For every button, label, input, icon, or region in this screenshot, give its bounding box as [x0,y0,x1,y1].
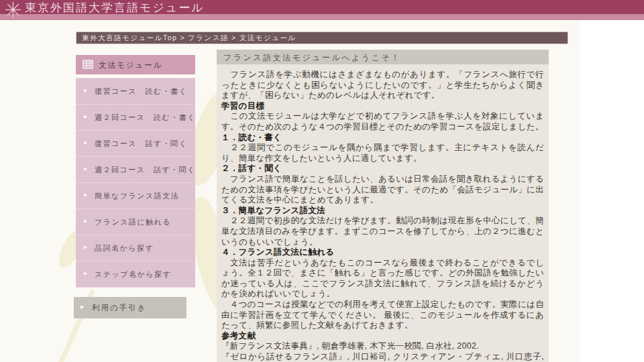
sidebar-item[interactable]: ▶ 週２回コース 読む・書く [76,105,195,131]
paragraph: 『ゼロから話せるフランス語』, 川口裕司, クリスティアン・ブティエ, 川口恵子… [221,352,544,362]
sidebar-item[interactable]: ▶ 品詞名から探す [76,235,195,261]
triangle-bullet-icon: ▶ [84,166,87,172]
sidebar-item-label: 復習コース 話す・聞く [95,139,188,149]
paragraph: フランス語を学ぶ動機にはさまざまなものがあります。「フランスへ旅行で行ったときに… [221,70,544,101]
triangle-bullet-icon: ▶ [80,304,84,310]
breadcrumb-item[interactable]: 東外大言語モジュールTop [82,34,177,42]
paragraph: ４つのコースは授業などでの利用を考えて便宜上設定したものです。実際には自由に学習… [221,300,544,331]
sidebar-item[interactable]: ▶ 週２回コース 話す・聞く [76,157,195,183]
breadcrumb-separator: > [177,34,188,42]
paragraph: ２２週間でこのモジュールを隅から隅まで学習します。主にテキストを読んだり、簡単な… [221,143,544,164]
sidebar-item[interactable]: ▶ ステップ名から探す [76,261,195,288]
paragraph: 『新フランス文法事典』, 朝倉季雄著, 木下光一校閲, 白水社, 2002. [221,341,544,352]
sidebar-item-label: フランス語に触れる [95,217,171,227]
paragraph: フランス語で簡単なことを話したい、あるいは日常会話を聞き取れるようにするための文… [221,174,544,206]
page-title: フランス語文法モジュールへようこそ！ [223,52,401,64]
triangle-bullet-icon: ▶ [84,192,87,198]
breadcrumb-item[interactable]: フランス語 [188,34,229,42]
sidebar-item-label: 利用の手引き [92,303,147,313]
sidebar-item-guide[interactable]: ▶ 利用の手引き [74,297,186,318]
section-heading: ２．話す・聞く [221,164,544,174]
sidebar-title: 文法モジュール [99,60,163,70]
sidebar-item-label: 週２回コース 読む・書く [95,113,196,123]
sidebar-item-label: 週２回コース 話す・聞く [95,165,196,175]
section-heading: ４．フランス語文法に触れる [221,247,544,258]
sidebar-item-label: 復習コース 読む・書く [95,86,188,97]
sidebar-item-label: 品詞名から探す [95,243,154,253]
paragraph: この文法モジュールは大学などで初めてフランス語を学ぶ人を対象にしています。そのた… [221,111,544,132]
section-heading: 参考文献 [221,331,544,342]
section-heading: ３．簡単なフランス語文法 [221,206,544,217]
sidebar-menu: ▶ 復習コース 読む・書く ▶ 週２回コース 読む・書く ▶ 復習コース 話す・… [76,78,195,288]
breadcrumb: 東外大言語モジュールTop>フランス語>文法モジュール [76,32,568,44]
triangle-bullet-icon: ▶ [84,271,87,276]
sidebar-item-label: 簡単なフランス語文法 [95,191,179,201]
sidebar-item[interactable]: ▶ フランス語に触れる [76,209,195,235]
triangle-bullet-icon: ▶ [84,245,87,250]
triangle-bullet-icon: ▶ [84,140,87,145]
breadcrumb-item: 文法モジュール [239,34,297,42]
section-heading: １．読む・書く [221,133,544,143]
sidebar-item[interactable]: ▶ 簡単なフランス語文法 [76,183,195,209]
site-title: 東京外国語大学言語モジュール [25,1,205,15]
paragraph: ２２週間で初歩的な文法だけを学びます。動詞の時制は現在形を中心にして、簡単な文法… [221,216,544,247]
triangle-bullet-icon: ▶ [84,114,87,119]
grid-icon [83,60,93,69]
sidebar-item[interactable]: ▶ 復習コース 話す・聞く [76,131,195,157]
paragraph: 文法は苦手だというあなたもこのコースなら最後まで終わることができるでしょう。全１… [221,258,544,300]
triangle-bullet-icon: ▶ [84,219,87,224]
starburst-icon [5,1,21,18]
section-heading: 学習の目標 [221,101,544,112]
sidebar-header: 文法モジュール [76,55,195,74]
sidebar-item-label: ステップ名から探す [95,269,171,280]
sidebar-item[interactable]: ▶ 復習コース 読む・書く [76,78,195,105]
content-titlebar: フランス語文法モジュールへようこそ！ [217,50,549,64]
app-header: 東京外国語大学言語モジュール [0,0,644,20]
triangle-bullet-icon: ▶ [84,88,87,93]
main-text: フランス語を学ぶ動機にはさまざまなものがあります。「フランスへ旅行で行ったときに… [217,64,549,362]
breadcrumb-separator: > [229,34,239,42]
